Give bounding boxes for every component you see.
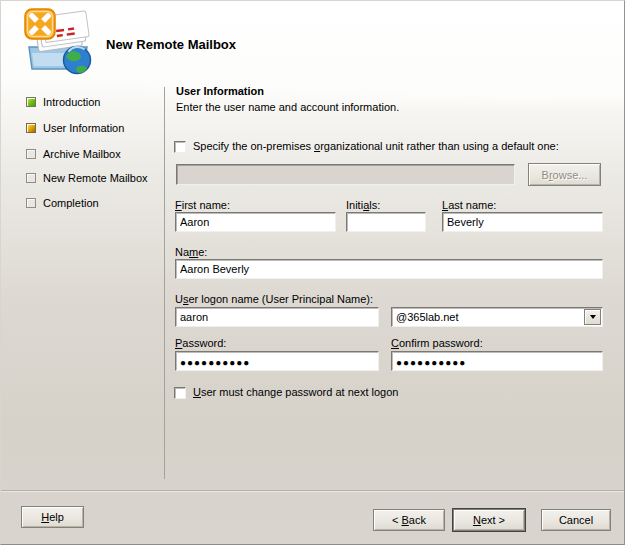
chevron-down-icon	[590, 315, 596, 319]
name-label: Name:	[175, 246, 207, 258]
step-pending-indicator	[26, 198, 36, 208]
step-label: User Information	[43, 122, 124, 134]
first-name-label: First name:	[175, 199, 230, 211]
domain-dropdown-button[interactable]	[584, 309, 601, 325]
last-name-input[interactable]	[442, 212, 603, 232]
domain-select[interactable]: @365lab.net	[391, 307, 603, 327]
step-label: New Remote Mailbox	[43, 172, 148, 184]
help-button[interactable]: Help	[21, 506, 84, 528]
step-label: Completion	[43, 197, 99, 209]
user-logon-name-label: User logon name (User Principal Name):	[175, 293, 373, 305]
back-button[interactable]: < Back	[373, 509, 445, 531]
step-label: Introduction	[43, 96, 100, 108]
step-pending-indicator	[26, 173, 36, 183]
sidebar-separator	[164, 87, 165, 479]
new-remote-mailbox-wizard: New Remote Mailbox Introduction User Inf…	[0, 0, 625, 545]
confirm-password-label: Confirm password:	[391, 337, 483, 349]
sidebar-item-user-information[interactable]: User Information	[26, 121, 124, 135]
initials-label: Initials:	[346, 199, 380, 211]
sidebar-item-completion[interactable]: Completion	[26, 196, 99, 210]
sidebar-item-new-remote-mailbox[interactable]: New Remote Mailbox	[26, 171, 148, 185]
sidebar-item-archive-mailbox[interactable]: Archive Mailbox	[26, 147, 121, 161]
wizard-title: New Remote Mailbox	[106, 37, 236, 52]
password-label: Password:	[175, 337, 226, 349]
domain-selected-value: @365lab.net	[392, 311, 583, 323]
footer-separator	[1, 490, 624, 491]
initials-input[interactable]	[346, 212, 426, 232]
step-label: Archive Mailbox	[43, 148, 121, 160]
must-change-password-checkbox[interactable]	[174, 387, 186, 399]
last-name-label: Last name:	[442, 199, 496, 211]
ou-path-input	[176, 164, 515, 185]
specify-ou-checkbox[interactable]	[174, 141, 186, 153]
must-change-password-label: User must change password at next logon	[193, 386, 398, 398]
browse-button: Browse...	[528, 163, 601, 186]
sidebar-item-introduction[interactable]: Introduction	[26, 95, 100, 109]
password-input[interactable]	[175, 351, 379, 371]
step-pending-indicator	[26, 149, 36, 159]
cancel-button[interactable]: Cancel	[541, 509, 611, 531]
next-button[interactable]: Next >	[453, 509, 525, 531]
step-done-indicator	[26, 97, 36, 107]
user-logon-name-input[interactable]	[175, 307, 379, 327]
exchange-mailbox-icon	[17, 7, 97, 77]
section-description: Enter the user name and account informat…	[176, 101, 399, 113]
step-current-indicator	[26, 123, 36, 133]
first-name-input[interactable]	[175, 212, 336, 232]
name-input[interactable]	[175, 259, 603, 279]
confirm-password-input[interactable]	[391, 351, 603, 371]
section-title: User Information	[176, 85, 264, 97]
specify-ou-label: Specify the on-premises organizational u…	[193, 140, 559, 152]
